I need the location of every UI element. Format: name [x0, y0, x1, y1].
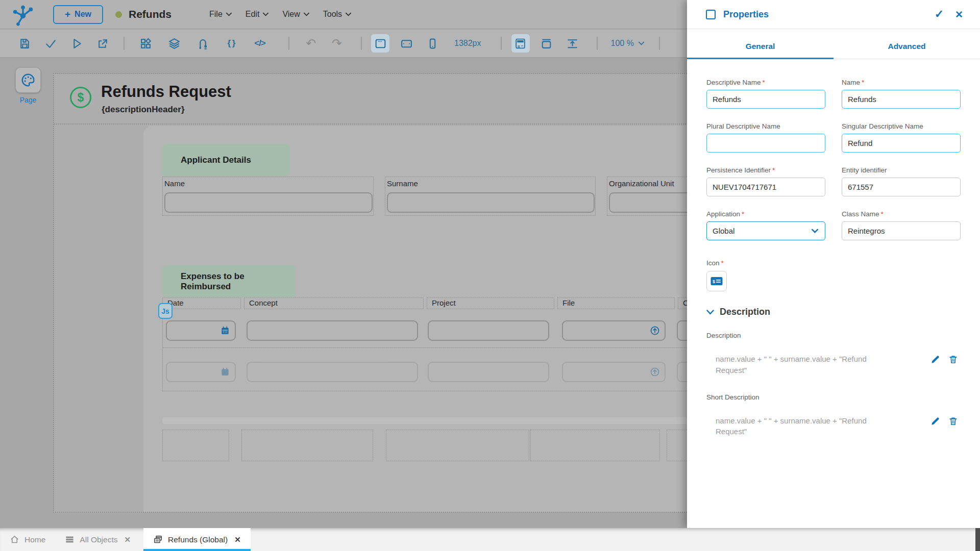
field-application: Application* Global	[706, 210, 825, 240]
preview-button[interactable]	[67, 34, 86, 53]
empty-cell[interactable]	[162, 430, 229, 461]
organizational-unit-input[interactable]	[609, 192, 697, 213]
undo-button[interactable]: ↶	[302, 34, 320, 53]
expressions-button[interactable]: { }	[222, 34, 240, 53]
connections-button[interactable]	[193, 34, 212, 53]
column-header-date[interactable]: Date	[162, 297, 241, 309]
name-input[interactable]	[164, 192, 373, 213]
section-layout-button[interactable]	[564, 34, 582, 53]
menu-file-label: File	[209, 10, 223, 19]
components-button[interactable]	[136, 34, 155, 53]
menu-file[interactable]: File	[209, 10, 232, 19]
redo-button[interactable]: ↷	[328, 34, 346, 53]
field-organizational-unit[interactable]: Organizational Unit	[607, 177, 697, 216]
form-canvas[interactable]: $ Refunds Request {descriptionHeader} Ap…	[53, 73, 697, 513]
empty-cell[interactable]	[386, 430, 529, 461]
column-header-file[interactable]: File	[557, 297, 675, 309]
tablet-view-button[interactable]	[397, 34, 415, 53]
short-description-expression-row: name.value + " " + surname.value + "Refu…	[706, 415, 961, 438]
project-input[interactable]	[428, 320, 549, 341]
concept-input[interactable]	[247, 320, 418, 341]
menu-view[interactable]: View	[282, 10, 309, 19]
source-code-button[interactable]: </>	[251, 34, 269, 53]
app-window: + New Refunds File Edit View Tools	[0, 0, 980, 551]
zoom-control[interactable]: 100 %	[611, 39, 644, 48]
empty-cell[interactable]	[241, 430, 373, 461]
confirm-icon[interactable]: ✓	[935, 8, 944, 21]
date-input[interactable]	[166, 362, 236, 382]
layout-header-button[interactable]	[537, 34, 556, 53]
tab-refunds-global[interactable]: Refunds (Global) ✕	[143, 528, 251, 551]
field-name[interactable]: Name	[162, 177, 374, 216]
menu-edit[interactable]: Edit	[246, 10, 269, 19]
canvas-width-value[interactable]: 1382px	[454, 39, 481, 48]
entity-identifier-input[interactable]	[842, 178, 961, 196]
delete-icon[interactable]	[948, 416, 958, 426]
section-expenses[interactable]: Expenses to be Reimbursed	[162, 265, 295, 297]
concept-input[interactable]	[247, 362, 418, 382]
mobile-view-button[interactable]	[423, 34, 442, 53]
name-input[interactable]	[842, 90, 961, 109]
toolbar-divider	[124, 37, 125, 50]
class-name-input[interactable]	[842, 221, 961, 240]
table-row-placeholder[interactable]	[163, 348, 697, 391]
close-icon[interactable]: ✕	[955, 9, 963, 20]
expenses-table[interactable]: Date Concept Project File C Js	[162, 297, 697, 391]
properties-tabs: General Advanced	[687, 35, 980, 59]
layers-button[interactable]	[165, 34, 183, 53]
field-label: Application	[706, 210, 740, 218]
edit-icon[interactable]	[930, 355, 940, 364]
descriptive-name-input[interactable]	[706, 90, 825, 109]
zoom-level-value: 100 %	[611, 39, 634, 48]
save-button[interactable]	[15, 34, 34, 53]
surname-input[interactable]	[387, 192, 595, 213]
desktop-view-button[interactable]	[371, 34, 389, 53]
icon-picker-button[interactable]: $	[706, 271, 727, 291]
file-input[interactable]	[562, 362, 666, 382]
section-applicant-details[interactable]: Applicant Details	[162, 144, 290, 176]
form-title[interactable]: Refunds Request	[101, 83, 231, 101]
chevron-down-icon	[226, 12, 232, 16]
persistence-identifier-input[interactable]	[706, 178, 825, 196]
tab-general[interactable]: General	[687, 35, 834, 59]
column-header-concept[interactable]: Concept	[244, 297, 424, 309]
export-button[interactable]	[93, 34, 112, 53]
palette-icon	[20, 72, 36, 88]
column-header-project[interactable]: Project	[427, 297, 554, 309]
table-row[interactable]: Js	[163, 309, 697, 348]
table-rows: Js	[162, 309, 697, 391]
tab-all-objects[interactable]: All Objects ✕	[55, 528, 140, 551]
menu-tools[interactable]: Tools	[323, 10, 351, 19]
edit-icon[interactable]	[930, 416, 940, 426]
tab-advanced[interactable]: Advanced	[834, 35, 980, 59]
tab-home[interactable]: Home	[0, 528, 55, 551]
file-input[interactable]	[562, 320, 666, 341]
chevron-down-icon	[639, 41, 644, 45]
delete-icon[interactable]	[948, 355, 958, 364]
field-surname[interactable]: Surname	[385, 177, 596, 216]
page-style-button[interactable]	[15, 67, 41, 93]
properties-checkbox[interactable]	[706, 10, 716, 19]
js-script-badge[interactable]: Js	[158, 303, 173, 319]
list-icon	[65, 535, 75, 544]
close-tab-icon[interactable]: ✕	[124, 535, 131, 544]
application-select[interactable]: Global	[706, 221, 825, 240]
validate-button[interactable]	[41, 34, 60, 53]
singular-descriptive-name-input[interactable]	[842, 134, 961, 153]
date-input[interactable]	[166, 320, 236, 341]
empty-cell[interactable]	[530, 430, 660, 461]
calendar-icon	[220, 367, 230, 377]
close-tab-icon[interactable]: ✕	[234, 535, 241, 544]
layout-header-footer-button[interactable]	[511, 34, 530, 53]
toolbar-divider	[659, 37, 660, 50]
chevron-down-icon	[304, 12, 309, 16]
plural-descriptive-name-input[interactable]	[706, 134, 825, 153]
app-logo-icon[interactable]	[11, 3, 35, 26]
form-header-icon[interactable]: $	[70, 87, 91, 108]
form-body: Applicant Details Name Surname Organizat…	[143, 126, 696, 512]
description-section-header[interactable]: Description	[706, 307, 961, 317]
project-input[interactable]	[428, 362, 549, 382]
form-subtitle[interactable]: {descriptionHeader}	[102, 105, 185, 115]
field-label: Entity identifier	[842, 166, 887, 174]
new-button[interactable]: + New	[53, 5, 103, 24]
